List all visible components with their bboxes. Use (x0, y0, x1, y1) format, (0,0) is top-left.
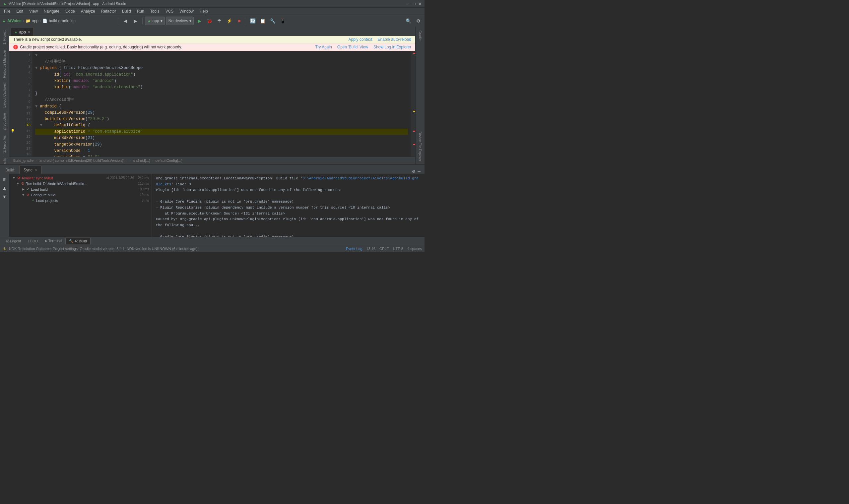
build-tab[interactable]: 🔨 4: Build (65, 238, 91, 245)
bottom-settings-icon[interactable]: ⚙ (412, 169, 416, 174)
open-build-view-button[interactable]: Open 'Build' View (337, 45, 368, 49)
coverage-button[interactable]: ☂ (215, 17, 223, 25)
sidebar-tab-gradle[interactable]: Gradle (416, 28, 424, 43)
apply-context-button[interactable]: Apply context (348, 37, 373, 42)
menu-file[interactable]: File (1, 8, 13, 14)
menu-navigate[interactable]: Navigate (41, 8, 62, 14)
terminal-tab[interactable]: ▶ Terminal (41, 238, 65, 244)
stripe-error-3 (413, 144, 415, 145)
close-button[interactable]: ✕ (418, 1, 422, 6)
menu-run[interactable]: Run (134, 8, 147, 14)
sidebar-tab-favorites[interactable]: 2: Favorites (1, 133, 8, 155)
tree-item-2[interactable]: ▶ ✓ Load build 90 ms (9, 186, 151, 192)
tree-item-1[interactable]: ▼ ⊘ Run build: D:\Android\AndroidStudio.… (9, 181, 151, 186)
sidebar-tab-captures[interactable]: Layout Captures (1, 80, 8, 110)
bottom-close-icon[interactable]: ─ (417, 169, 420, 174)
menu-view[interactable]: View (26, 8, 40, 14)
settings-button[interactable]: ⚙ (414, 17, 422, 25)
todo-tab[interactable]: TODO (24, 238, 41, 244)
tree-item-0[interactable]: ▼ ⊘ AiVoice: sync failed at 2021/4/25 20… (9, 175, 151, 181)
sdk-manager-button[interactable]: 🔧 (268, 17, 277, 25)
sidebar-tab-structure[interactable]: 2: Structure (1, 110, 8, 133)
menu-code[interactable]: Code (63, 8, 78, 14)
gutter-14 (10, 134, 15, 141)
menu-window[interactable]: Window (177, 8, 196, 14)
gradle-breadcrumb[interactable]: 📄 (42, 19, 48, 23)
gradle-tasks-button[interactable]: 📋 (258, 17, 267, 25)
menu-help[interactable]: Help (197, 8, 211, 14)
tree-time-0: at 2021/4/25 20:36 (106, 176, 134, 180)
forward-button[interactable]: ▶ (131, 17, 140, 25)
profile-button[interactable]: ⚡ (225, 17, 234, 25)
back-button[interactable]: ◀ (121, 17, 130, 25)
tree-item-3[interactable]: ▼ ⊘ Configure build 19 ms (9, 192, 151, 198)
sidebar-tab-project[interactable]: 1: Project (1, 28, 8, 47)
tab-close-button[interactable]: ✕ (28, 30, 30, 34)
tree-expand-0[interactable]: ▼ (12, 176, 16, 180)
tree-item-4[interactable]: ✓ Load projects 3 ms (9, 198, 151, 203)
status-encoding[interactable]: UTF-8 (393, 247, 403, 251)
aivoice-breadcrumb[interactable]: ▲ (2, 19, 6, 23)
search-everywhere-button[interactable]: 🔍 (404, 17, 413, 25)
code-line-16: versionCode = 1 (35, 148, 408, 154)
try-again-button[interactable]: Try Again (315, 45, 332, 49)
sync-button[interactable]: 🔄 (248, 17, 257, 25)
sidebar-tab-resource-manager[interactable]: Resource Manager (1, 47, 8, 80)
device-dropdown[interactable]: No devices ▾ (166, 17, 194, 25)
menu-bar: File Edit View Navigate Code Analyze Ref… (0, 7, 424, 15)
run-config-dropdown[interactable]: ▲ app ▾ (145, 17, 165, 25)
menu-vcs[interactable]: VCS (163, 8, 177, 14)
output-line-4: - Gradle Core Plugins (plugin is not in … (156, 199, 420, 205)
output-link-1[interactable]: D:\Android\AndroidStudioProject\AiVoice\… (156, 176, 418, 186)
avd-manager-button[interactable]: 📱 (278, 17, 287, 25)
app-label[interactable]: app (32, 19, 38, 23)
error-icon: ! (13, 45, 18, 49)
menu-tools[interactable]: Tools (148, 8, 162, 14)
app-breadcrumb[interactable]: 📁 (25, 19, 31, 23)
stripe-error-2 (413, 131, 415, 132)
bottom-left-tabs: 🗑 ▲ ▼ (0, 174, 9, 237)
menu-analyze[interactable]: Analyze (78, 8, 98, 14)
maximize-button[interactable]: □ (413, 1, 416, 6)
scroll-up-button[interactable]: ▲ (0, 184, 9, 192)
editor-area: ▲ app ✕ There is a new script context av… (9, 26, 415, 164)
bottom-tab-sync[interactable]: Sync ✕ (19, 166, 41, 174)
title-bar-controls[interactable]: ─ □ ✕ (407, 1, 422, 6)
crumb-android[interactable]: 'android { compileSdkVersion(29) buildTo… (39, 159, 127, 162)
sidebar-tab-build-variants[interactable]: Build Variants (1, 156, 8, 164)
tree-ms-0: 242 ms (138, 176, 149, 180)
aivoice-label[interactable]: AiVoice (7, 19, 21, 23)
build-output[interactable]: org.gradle.internal.exceptions.LocationA… (152, 174, 424, 237)
debug-button[interactable]: 🐞 (205, 17, 214, 25)
gradle-label[interactable]: build.gradle.kts (49, 19, 76, 23)
logcat-tab[interactable]: 6: Logcat (3, 238, 24, 244)
crumb-default-config[interactable]: defaultConfig{...} (156, 159, 182, 162)
code-line-3: ▼ plugins { this: PluginDependenciesSpec… (35, 65, 408, 71)
bottom-app-tabs: 6: Logcat TODO ▶ Terminal 🔨 4: Build (0, 237, 424, 245)
enable-auto-reload-button[interactable]: Enable auto-reload (378, 37, 411, 42)
editor-tab-app[interactable]: ▲ app ✕ (11, 28, 34, 36)
run-button[interactable]: ▶ (195, 17, 204, 25)
bulb-icon-13[interactable]: 💡 (11, 129, 15, 134)
status-crlf[interactable]: CRLF (379, 247, 389, 251)
crumb-android-block[interactable]: android{...} (133, 159, 150, 162)
tree-expand-2[interactable]: ▶ (21, 187, 25, 191)
menu-build[interactable]: Build (120, 8, 134, 14)
sync-tab-close[interactable]: ✕ (35, 168, 37, 172)
menu-edit[interactable]: Edit (14, 8, 26, 14)
code-content[interactable]: ▼ //引用插件 ▼ plugins { this: PluginDepende… (33, 51, 411, 157)
crumb-build-gradle[interactable]: Build_gradle (13, 159, 34, 162)
clear-output-button[interactable]: 🗑 (0, 175, 9, 184)
tree-expand-3[interactable]: ▼ (21, 193, 25, 197)
stop-button[interactable]: ■ (235, 17, 243, 25)
scroll-down-button[interactable]: ▼ (0, 192, 9, 201)
event-log-link[interactable]: Event Log (346, 247, 362, 251)
code-line-8: //Android属性 (35, 97, 408, 103)
sidebar-tab-device-explorer[interactable]: Device File Explorer (416, 129, 424, 164)
show-log-button[interactable]: Show Log in Explorer (374, 45, 411, 49)
tree-expand-1[interactable]: ▼ (16, 182, 20, 186)
menu-refactor[interactable]: Refactor (98, 8, 119, 14)
status-spaces[interactable]: 4 spaces (407, 247, 422, 251)
gutter-6 (10, 84, 15, 90)
minimize-button[interactable]: ─ (407, 1, 410, 6)
